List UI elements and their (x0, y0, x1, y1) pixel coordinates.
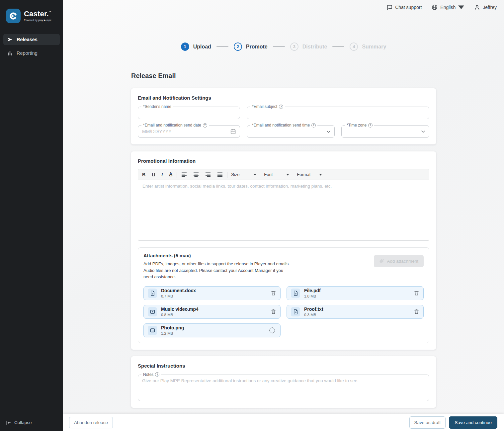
delete-attachment-button[interactable] (414, 290, 419, 296)
step-number: 4 (350, 43, 358, 51)
sidebar: Caster.™ Powered by play ▶ mpe Releases … (0, 0, 63, 431)
step-label: Upload (193, 44, 211, 50)
help-icon[interactable]: ? (155, 372, 159, 377)
promotional-info-card: Promotional Information B U I A (131, 151, 436, 350)
step-promote[interactable]: 2 Promote (234, 43, 268, 51)
email-subject-input[interactable] (251, 110, 425, 116)
delete-attachment-button[interactable] (271, 290, 276, 296)
calendar-icon (230, 129, 236, 134)
caret-down-icon (286, 174, 289, 176)
user-menu[interactable]: Jeffrey (474, 4, 497, 10)
step-label: Distribute (302, 44, 327, 50)
send-time-input[interactable] (251, 129, 327, 134)
step-label: Summary (362, 44, 386, 50)
help-icon[interactable]: ? (311, 123, 316, 128)
format-select-label: Format (297, 172, 310, 177)
help-icon[interactable]: ? (368, 123, 373, 128)
attachments-description: Add PDFs, images, or other files to supp… (143, 261, 290, 280)
file-size: 1.2 MB (161, 331, 265, 335)
email-subject-field[interactable]: *Email subject ? (247, 107, 429, 119)
align-left-button[interactable] (181, 172, 187, 177)
time-zone-field[interactable]: *Time zone ? (341, 125, 429, 138)
delete-attachment-button[interactable] (271, 308, 276, 315)
format-select[interactable]: Format (293, 169, 326, 180)
time-zone-label: *Time zone ? (345, 123, 374, 128)
step-connector (216, 46, 228, 47)
notes-label: Notes ? (141, 372, 161, 377)
main-area: Chat support English Jeffrey 1 Upload (63, 0, 504, 431)
language-label: English (440, 5, 456, 10)
collapse-sidebar-button[interactable]: Collapse (0, 414, 63, 431)
add-attachment-label: Add attachment (387, 259, 418, 264)
calendar-picker-button[interactable] (230, 129, 236, 134)
promotional-info-title: Promotional Information (138, 158, 429, 164)
size-select[interactable]: Size (227, 169, 260, 180)
attachments-grid: Document.docx 0.7 MB File.pdf 1.8 MB (143, 286, 424, 337)
step-distribute[interactable]: 3 Distribute (290, 43, 327, 51)
file-info: Document.docx 0.7 MB (161, 288, 267, 298)
add-attachment-button[interactable]: Add attachment (374, 255, 424, 267)
notes-textarea[interactable] (142, 378, 425, 397)
text-style-group: B U I A (142, 172, 177, 177)
caster-logo-icon (6, 9, 21, 23)
size-select-label: Size (231, 172, 239, 177)
chat-support-button[interactable]: Chat support (386, 4, 422, 10)
underline-button[interactable]: U (152, 172, 155, 177)
bold-button[interactable]: B (142, 172, 145, 177)
user-name: Jeffrey (483, 5, 497, 10)
align-right-button[interactable] (205, 172, 211, 177)
step-upload[interactable]: 1 Upload (181, 43, 211, 51)
brand-name: Caster.™ (24, 10, 51, 18)
app-root: Caster.™ Powered by play ▶ mpe Releases … (0, 0, 504, 431)
send-time-label: *Email and notification send time ? (250, 123, 317, 128)
language-selector[interactable]: English (432, 4, 464, 10)
special-instructions-title: Special Instructions (138, 363, 429, 369)
file-size: 0.3 MB (304, 313, 410, 317)
file-type-tile (291, 289, 300, 298)
align-center-button[interactable] (193, 172, 199, 177)
brand-tagline: Powered by play ▶ mpe (24, 19, 51, 22)
paperclip-icon (379, 259, 384, 264)
file-name: Music video.mp4 (161, 306, 267, 312)
step-number: 1 (181, 43, 189, 51)
sender-name-input[interactable] (142, 110, 236, 116)
save-as-draft-button[interactable]: Save as draft (409, 416, 446, 429)
save-and-continue-button[interactable]: Save and continue (449, 416, 497, 429)
label-text: *Sender's name (143, 104, 171, 109)
italic-button[interactable]: I (161, 172, 163, 177)
send-date-input[interactable] (142, 129, 230, 134)
caret-down-icon (319, 174, 322, 176)
sidebar-item-reporting[interactable]: Reporting (3, 47, 60, 59)
font-select-label: Font (264, 172, 273, 177)
delete-attachment-button[interactable] (414, 308, 419, 315)
send-date-label: *Email and notification send date ? (141, 123, 209, 128)
page-title: Release Email (131, 72, 436, 80)
sidebar-item-releases[interactable]: Releases (3, 34, 60, 45)
sender-name-field[interactable]: *Sender's name (138, 107, 240, 119)
label-text: *Email subject (252, 104, 277, 109)
file-info: Music video.mp4 0.8 MB (161, 306, 267, 316)
time-zone-input[interactable] (346, 129, 421, 134)
editor-text-area[interactable]: Enter artist information, social media l… (138, 180, 429, 240)
font-color-button[interactable]: A (169, 172, 172, 177)
file-type-tile (148, 289, 157, 298)
attachment-chip: Document.docx 0.7 MB (143, 286, 281, 300)
step-label: Promote (246, 44, 268, 50)
brand-texts: Caster.™ Powered by play ▶ mpe (24, 10, 51, 22)
abandon-release-button[interactable]: Abandon release (69, 417, 113, 428)
help-icon[interactable]: ? (203, 123, 207, 128)
brand-name-text: Caster. (24, 10, 49, 18)
file-size: 1.8 MB (304, 294, 410, 298)
step-summary[interactable]: 4 Summary (350, 43, 386, 51)
font-select[interactable]: Font (260, 169, 293, 180)
send-time-field[interactable]: *Email and notification send time ? (247, 125, 335, 138)
bar-chart-icon (7, 50, 13, 56)
help-icon[interactable]: ? (279, 105, 283, 109)
step-number: 3 (290, 43, 298, 51)
notes-field[interactable]: Notes ? (138, 375, 429, 401)
globe-icon (432, 4, 438, 10)
align-justify-button[interactable] (217, 172, 223, 177)
send-date-field[interactable]: *Email and notification send date ? (138, 125, 240, 138)
attachments-section: Attachments (5 max) Add PDFs, images, or… (138, 247, 429, 343)
alignment-group (177, 172, 227, 177)
